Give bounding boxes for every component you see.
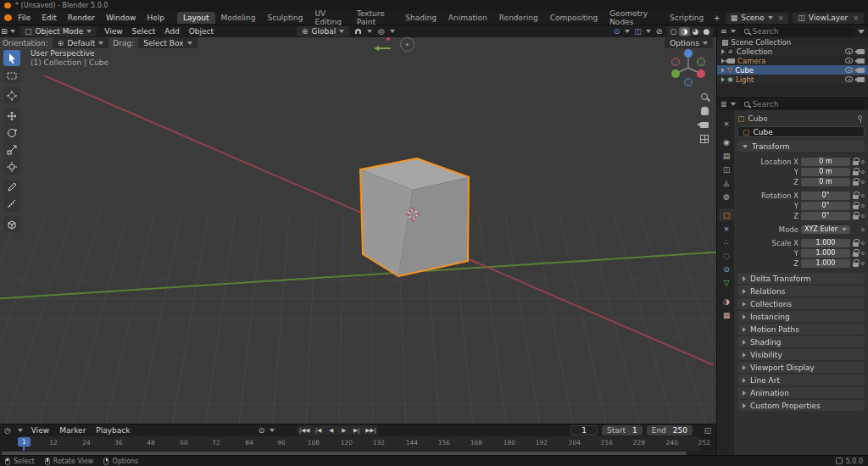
tool-annotate[interactable] [3, 179, 20, 195]
rotation-y-field[interactable]: 0° [801, 202, 850, 210]
tab-shading[interactable]: Shading [399, 12, 442, 24]
animate-dot-icon[interactable] [861, 228, 865, 231]
lock-icon[interactable] [853, 195, 859, 199]
jump-to-start-button[interactable]: |◀◀ [297, 425, 312, 435]
timeline-editor-icon[interactable]: ◷ [4, 426, 11, 435]
pin-icon[interactable] [858, 115, 862, 119]
location-y-field[interactable]: 0 m [801, 168, 850, 176]
section-shading[interactable]: Shading [737, 336, 865, 347]
hide-eye-icon[interactable] [845, 67, 853, 73]
hide-eye-icon[interactable] [845, 58, 853, 64]
tab-material[interactable]: ◑ [719, 295, 734, 308]
snap-toggle[interactable] [353, 26, 364, 36]
render-visibility-icon[interactable] [857, 58, 865, 64]
tab-modifiers[interactable]: × [719, 222, 734, 235]
shading-material-button[interactable]: ◕ [690, 27, 701, 36]
tool-measure[interactable] [3, 196, 20, 212]
lock-icon[interactable] [853, 205, 859, 209]
timeline-ruler[interactable]: 12 24 36 48 60 72 84 96 108 120 132 144 … [0, 436, 716, 451]
outliner-row-scene-collection[interactable]: ▦ Scene Collection [717, 37, 868, 47]
tab-physics[interactable]: ◌ [719, 249, 734, 262]
animate-dot-icon[interactable] [861, 262, 865, 265]
menu-render[interactable]: Render [63, 12, 100, 24]
menu-window[interactable]: Window [101, 12, 142, 24]
tab-sculpting[interactable]: Sculpting [261, 12, 309, 24]
scene-selector[interactable]: ▦ Scene × [726, 13, 789, 24]
animate-dot-icon[interactable] [861, 170, 865, 174]
tab-rendering[interactable]: Rendering [493, 12, 544, 24]
expand-icon[interactable] [721, 49, 725, 54]
tab-output[interactable]: ▤ [719, 149, 734, 162]
tool-rotate[interactable] [3, 125, 20, 141]
hide-eye-icon[interactable] [845, 48, 853, 54]
menu-view[interactable]: View [103, 27, 124, 36]
blender-menu-icon[interactable] [4, 14, 12, 21]
animate-dot-icon[interactable] [861, 194, 865, 197]
next-keyframe-button[interactable]: ▶| [350, 425, 363, 435]
menu-help[interactable]: Help [142, 12, 170, 24]
tab-object-data[interactable]: ▽ [719, 276, 734, 289]
jump-to-end-button[interactable]: ▶▶| [363, 425, 378, 435]
lock-icon[interactable] [853, 215, 859, 219]
section-collections[interactable]: Collections [737, 298, 865, 309]
tool-select-box[interactable] [3, 67, 20, 83]
overlays-chevron[interactable] [646, 30, 651, 33]
current-frame-field[interactable]: 1 [570, 425, 598, 435]
play-reverse-button[interactable]: ◀ [325, 425, 337, 435]
view-layer-selector[interactable]: ◫ ViewLayer × [793, 13, 864, 24]
render-visibility-icon[interactable] [857, 77, 865, 82]
playhead[interactable]: 1 [18, 437, 31, 447]
expand-icon[interactable] [721, 77, 725, 82]
editor-type-selector[interactable]: ⊞ [3, 26, 14, 36]
pan-hand-icon[interactable] [701, 107, 709, 115]
shading-solid-button[interactable]: ◑ [679, 27, 690, 36]
viewport-canvas[interactable]: User Perspective (1) Collection | Cube [0, 37, 716, 424]
section-line-art[interactable]: Line Art [737, 374, 865, 386]
tab-scene[interactable]: ◬ [719, 176, 734, 189]
frame-end-field[interactable]: End250 [647, 425, 693, 435]
gizmo-neg-y[interactable] [698, 58, 705, 66]
lock-icon[interactable] [853, 252, 859, 257]
menu-marker[interactable]: Marker [58, 426, 87, 435]
tool-add-cube[interactable] [3, 216, 20, 232]
zoom-icon[interactable] [701, 93, 708, 100]
scale-y-field[interactable]: 1.000 [801, 249, 850, 258]
tab-animation[interactable]: Animation [442, 12, 493, 24]
section-delta-transform[interactable]: Delta Transform [737, 273, 865, 284]
expand-icon[interactable] [721, 68, 725, 73]
frame-start-field[interactable]: Start1 [602, 425, 643, 435]
outliner-row-cube[interactable]: ▽ Cube [717, 65, 868, 75]
rotation-mode-dropdown[interactable]: XYZ Euler [801, 225, 850, 234]
section-relations[interactable]: Relations [737, 286, 865, 297]
mode-selector[interactable]: ▢ Object Mode [19, 26, 97, 36]
hide-eye-icon[interactable] [845, 76, 853, 82]
shading-rendered-button[interactable]: ● [701, 27, 712, 36]
tab-texture[interactable]: ▦ [719, 308, 734, 321]
render-visibility-icon[interactable] [857, 49, 865, 54]
outliner-search-input[interactable]: Search [739, 27, 854, 36]
rotation-x-field[interactable]: 0° [801, 191, 850, 200]
cube-object[interactable] [339, 147, 492, 291]
transform-orientation-dropdown[interactable]: ⊕ Global [297, 26, 349, 36]
show-overlays-toggle[interactable]: ◫ [632, 26, 643, 36]
lock-icon[interactable] [853, 263, 859, 267]
scale-z-field[interactable]: 1.000 [801, 259, 850, 268]
gizmo-x-axis[interactable] [697, 69, 705, 78]
tab-compositing[interactable]: Compositing [544, 12, 604, 24]
tool-scale[interactable] [3, 141, 20, 158]
outliner-row-camera[interactable]: Camera [717, 56, 868, 65]
properties-editor-icon[interactable]: ≣ [721, 100, 727, 108]
section-animation[interactable]: Animation [737, 387, 865, 398]
camera-view-icon[interactable] [700, 122, 709, 128]
animate-dot-icon[interactable] [861, 252, 865, 255]
shading-wireframe-button[interactable]: ○ [668, 27, 679, 36]
outliner-row-light[interactable]: ◉ Light [717, 75, 868, 84]
section-custom-properties[interactable]: Custom Properties [737, 400, 865, 411]
add-workspace-button[interactable]: + [709, 12, 725, 24]
auto-keying-toggle[interactable]: ⊙ [256, 425, 267, 435]
render-visibility-icon[interactable] [857, 68, 865, 73]
tab-tool[interactable]: × [719, 117, 734, 130]
lock-icon[interactable] [853, 161, 859, 165]
snap-options-chevron[interactable] [367, 30, 372, 33]
menu-edit[interactable]: Edit [36, 12, 61, 24]
